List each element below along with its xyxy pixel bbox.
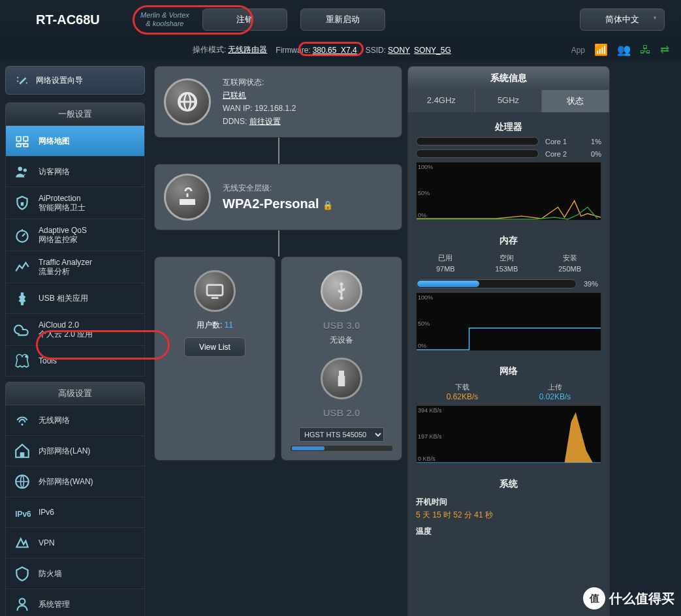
mem-bar: 39% (416, 279, 577, 288)
model-name: RT-AC68U (36, 12, 134, 27)
net-graph: 394 KB/s197 KB/s0 KB/s (416, 405, 601, 464)
clients-label: 用户数: (197, 320, 222, 330)
menu-icon (14, 321, 31, 338)
language-select[interactable]: 简体中文 (580, 8, 665, 31)
sidebar-item--[interactable]: 无线网络 (5, 405, 145, 436)
svg-text:IPv6: IPv6 (15, 510, 31, 519)
reboot-button[interactable]: 重新启动 (300, 8, 385, 31)
sidebar-item-ipv6[interactable]: IPv6IPv6 (5, 497, 145, 528)
core2-bar (416, 149, 539, 158)
ssid1-link[interactable]: SONY (388, 46, 410, 55)
usb-icon[interactable]: ⇄ (660, 43, 669, 57)
monitor-icon (194, 270, 236, 312)
menu-icon (14, 132, 31, 149)
svg-point-5 (21, 424, 23, 425)
tab-5ghz[interactable]: 5GHz (475, 90, 543, 112)
core1-bar (416, 137, 539, 146)
advanced-header: 高级设置 (5, 382, 145, 405)
menu-icon (14, 596, 31, 613)
menu-icon (14, 565, 31, 582)
sidebar-item--lan-[interactable]: 内部网络(LAN) (5, 436, 145, 467)
ddns-link[interactable]: 前往设置 (249, 117, 281, 126)
sidebar-item-traffic-analyzer[interactable]: Traffic Analyzer流量分析 (5, 251, 145, 283)
sidebar-item--[interactable]: 系统管理 (5, 589, 145, 616)
menu-icon (14, 352, 31, 369)
app-link[interactable]: App (571, 46, 585, 55)
usb3-label: USB 3.0 (291, 320, 392, 331)
lan-icon[interactable]: 🖧 (640, 44, 651, 57)
menu-icon (14, 442, 31, 459)
menu-icon (14, 412, 31, 429)
internet-panel[interactable]: 互联网状态: 已联机 WAN IP: 192.168.1.2 DDNS: 前往设… (154, 66, 402, 138)
menu-icon (14, 290, 31, 307)
tab-24ghz[interactable]: 2.4GHz (408, 90, 475, 112)
svg-point-4 (25, 355, 27, 358)
usb3-status: 无设备 (291, 335, 392, 346)
usb-disk-select[interactable]: HGST HTS 545050 (299, 427, 384, 442)
svg-point-1 (24, 168, 27, 172)
guest-icon[interactable]: 👥 (617, 43, 631, 57)
svg-point-0 (18, 166, 23, 170)
svg-rect-2 (21, 202, 24, 206)
opmode-label: 操作模式: (193, 44, 226, 55)
svg-point-3 (16, 231, 27, 242)
view-list-button[interactable]: View List (184, 337, 245, 357)
menu-icon (14, 473, 31, 490)
usb2-label: USB 2.0 (291, 407, 392, 418)
core2-val: 0% (583, 150, 601, 158)
sidebar-item-aiprotection[interactable]: AiProtection智能网络卫士 (5, 187, 145, 219)
sidebar-item--[interactable]: 网络地图 (5, 126, 145, 157)
cpu-graph: 100%50%0% (416, 162, 601, 221)
wireless-panel[interactable]: 无线安全层级: WPA2-Personal🔒 (154, 164, 402, 230)
clients-count: 11 (225, 320, 233, 330)
wan-ip: 192.168.1.2 (255, 104, 296, 113)
opmode-link[interactable]: 无线路由器 (228, 44, 267, 55)
sidebar-item--wan-[interactable]: 外部网络(WAN) (5, 467, 145, 497)
wifi-sec-label: 无线安全层级: (223, 183, 333, 194)
svg-point-12 (340, 296, 343, 300)
net-header: 网络 (416, 362, 601, 381)
system-header: 系统 (416, 474, 601, 494)
sidebar-item-adaptive-qos[interactable]: Adaptive QoS网络监控家 (5, 219, 145, 251)
wifi-security: WPA2-Personal (223, 196, 319, 211)
sidebar-item-aicloud-2-0[interactable]: AiCloud 2.0个人云 2.0 应用 (5, 314, 145, 346)
usb2-icon (321, 358, 362, 399)
svg-marker-15 (565, 412, 593, 463)
mem-header: 内存 (416, 231, 601, 251)
net-status[interactable]: 已联机 (223, 91, 246, 100)
firmware-tagline: Merlin & Vortex& koolshare (140, 11, 189, 28)
ssid-label: SSID: (366, 46, 386, 55)
setup-wizard[interactable]: 网络设置向导 (5, 66, 145, 95)
mem-used: 97MB (436, 265, 455, 273)
clients-panel[interactable]: 用户数: 11 View List (154, 256, 276, 461)
menu-icon: IPv6 (14, 504, 31, 521)
sidebar-item-vpn[interactable]: VPN (5, 528, 145, 559)
uptime-value: 5 天 15 时 52 分 41 秒 (416, 510, 601, 521)
usb-panel[interactable]: USB 3.0 无设备 USB 2.0 HGST HTS 545050 (281, 256, 402, 461)
svg-rect-6 (20, 452, 25, 457)
watermark: 值什么值得买 (583, 587, 674, 609)
mem-free: 153MB (496, 265, 518, 273)
sysinfo-header: 系统信息 (408, 67, 609, 90)
tab-status[interactable]: 状态 (542, 90, 609, 112)
sidebar-item--[interactable]: 访客网络 (5, 157, 145, 187)
menu-icon (14, 534, 31, 551)
sidebar-item-tools[interactable]: Tools (5, 346, 145, 377)
mem-pct: 39% (584, 280, 598, 288)
usb3-icon (321, 270, 362, 312)
sidebar-item--[interactable]: 防火墙 (5, 559, 145, 589)
logout-button[interactable]: 注销 (202, 8, 287, 31)
wifi-icon[interactable]: 📶 (594, 43, 608, 57)
cpu-header: 处理器 (416, 117, 601, 137)
ssid2-link[interactable]: SONY_5G (414, 46, 451, 55)
mem-graph: 100%50%0% (416, 292, 601, 351)
svg-rect-10 (207, 285, 223, 296)
menu-icon (14, 163, 31, 180)
dl-speed: 0.62KB/s (447, 392, 479, 401)
svg-point-11 (340, 283, 343, 286)
sidebar-item-usb-[interactable]: USB 相关应用 (5, 283, 145, 314)
disk-usage-bar (291, 446, 392, 451)
menu-icon (14, 226, 31, 243)
firmware-label: Firmware: (276, 46, 310, 55)
firmware-link[interactable]: 380.65_X7.4 (313, 46, 357, 55)
